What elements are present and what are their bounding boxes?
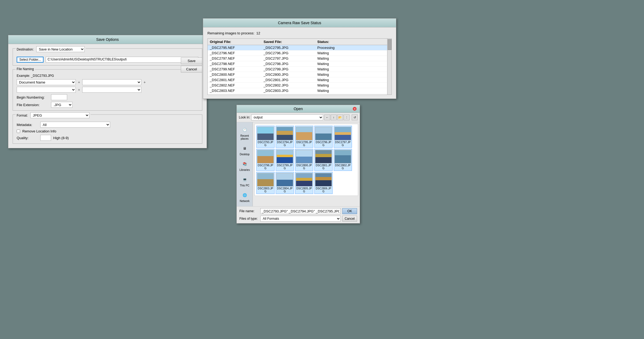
original-file: _DSC2803.NEF: [210, 89, 264, 93]
remove-location-label: Remove Location Info: [22, 129, 56, 133]
cancel-button[interactable]: Cancel: [181, 66, 202, 73]
sidebar-item-label: Recent places: [239, 134, 251, 140]
look-in-select[interactable]: output: [251, 114, 323, 120]
nav-up-icon[interactable]: ↑: [331, 114, 337, 120]
sidebar-item-label: Libraries: [239, 168, 250, 171]
file-extension-select[interactable]: .JPG: [51, 102, 73, 108]
status-title: Camera Raw Save Status: [278, 21, 321, 25]
thumbnail-item[interactable]: DSC2794.JPG: [276, 126, 294, 148]
status-row: _DSC2800.NEF _DSC2800.JPG Waiting: [208, 72, 391, 77]
remaining-text: Remaining images to process: 12: [207, 31, 392, 35]
refresh-icon[interactable]: ↺: [352, 114, 358, 120]
original-file: _DSC2800.NEF: [210, 73, 264, 77]
view-menu-icon[interactable]: ⋮: [344, 114, 350, 120]
quality-input[interactable]: 8: [40, 135, 51, 141]
thumbnail-item[interactable]: DSC2804.JPG: [276, 172, 294, 194]
status-value: Waiting: [317, 51, 389, 55]
thumbnail-label: DSC2799.JPG: [277, 164, 293, 170]
destination-select[interactable]: Save in New Location: [36, 46, 85, 52]
saved-file: _DSC2797.JPG: [264, 56, 317, 60]
thumbnail-image: [334, 127, 351, 140]
thumbnail-image: [315, 173, 332, 186]
naming-dropdown1[interactable]: Document Name: [17, 79, 76, 85]
new-folder-icon[interactable]: 📂: [337, 114, 343, 120]
thumbnail-label: DSC2803.JPG: [257, 187, 274, 193]
naming-dropdown3[interactable]: [17, 87, 76, 93]
original-file: _DSC2804.NEF: [210, 94, 264, 95]
example-label: Example: _DSC2793.JPG: [17, 74, 54, 78]
close-button[interactable]: ✕: [353, 107, 357, 111]
thumbnail-label: DSC2798.JPG: [257, 164, 274, 170]
quality-label: Quality:: [17, 136, 38, 140]
save-options-dialog: Save Options Destination: Save in New Lo…: [8, 35, 207, 148]
thumbnail-label: DSC2802.JPG: [335, 164, 351, 170]
file-name-input[interactable]: [260, 208, 341, 214]
begin-numbering-label: Begin Numbering:: [17, 95, 49, 99]
status-value: Waiting: [317, 56, 389, 60]
thumbnail-item[interactable]: DSC2799.JPG: [276, 149, 294, 171]
saved-file: _DSC2798.JPG: [264, 62, 317, 66]
sidebar-item-libraries[interactable]: 📚 Libraries: [238, 158, 252, 173]
format-section: Format: JPEG Metadata: All Remove Locati…: [13, 114, 202, 144]
original-file: _DSC2795.NEF: [210, 46, 264, 50]
camera-raw-status-dialog: Camera Raw Save Status Remaining images …: [203, 18, 396, 99]
thumbnail-item[interactable]: DSC2803.JPG: [256, 172, 275, 194]
metadata-select[interactable]: All: [40, 122, 110, 128]
thumbnail-item[interactable]: DSC2805.JPG: [295, 172, 313, 194]
open-ok-button[interactable]: OK: [342, 208, 357, 214]
titlebar-right: ✕: [328, 107, 357, 111]
saved-file: _DSC2801.JPG: [264, 78, 317, 82]
folder-path-display: C:\Users\AdminNUS\Desktop\INSTRUCTIBLES\…: [46, 57, 198, 63]
thumbnail-image: [296, 127, 312, 140]
thumbnail-item[interactable]: DSC2795.JPG: [295, 126, 313, 148]
begin-numbering-input[interactable]: [51, 94, 67, 100]
sidebar-item-desktop[interactable]: 🖥 Desktop: [238, 143, 252, 157]
file-naming-section: File Naming Example: _DSC2793.JPG Docume…: [13, 69, 202, 111]
sidebar-item-label: Network: [240, 200, 250, 203]
thumbnail-image: [334, 150, 351, 163]
thumbnail-image: [257, 150, 274, 163]
status-row: _DSC2799.NEF _DSC2799.JPG Waiting: [208, 67, 391, 72]
thumbnail-label: DSC2801.JPG: [315, 164, 332, 170]
plus1: +: [78, 80, 80, 84]
thumbnail-item[interactable]: DSC2802.JPG: [334, 149, 352, 171]
thumbnail-label: DSC2805.JPG: [296, 187, 312, 193]
thumbnail-item[interactable]: DSC2800.JPG: [295, 149, 313, 171]
thumbnail-item[interactable]: DSC2793.JPG: [256, 126, 275, 148]
save-options-titlebar: Save Options: [8, 35, 207, 44]
status-row: _DSC2797.NEF _DSC2797.JPG Waiting: [208, 56, 391, 61]
status-row: _DSC2804.NEF _DSC2804.JPG Waiting: [208, 93, 391, 95]
open-cancel-button[interactable]: Cancel: [342, 216, 357, 222]
format-select[interactable]: JPEG: [30, 112, 89, 118]
status-table: Original File: Saved File: Status: _DSC2…: [207, 38, 392, 95]
original-file: _DSC2799.NEF: [210, 67, 264, 71]
thumbnail-item[interactable]: DSC2801.JPG: [314, 149, 333, 171]
thumbnail-label: DSC2795.JPG: [296, 141, 312, 147]
sidebar-item-recent-places[interactable]: 🕐 Recent places: [238, 124, 252, 142]
nav-back-icon[interactable]: ←: [324, 114, 330, 120]
status-value: Waiting: [317, 62, 389, 66]
naming-dropdown2[interactable]: [82, 79, 141, 85]
col-saved-header: Saved File:: [264, 40, 317, 44]
status-value: Waiting: [317, 73, 389, 77]
thumbnail-item[interactable]: DSC2798.JPG: [256, 149, 275, 171]
saved-file: _DSC2799.JPG: [264, 67, 317, 71]
quality-desc: High (8-9): [53, 136, 69, 140]
sidebar-item-network[interactable]: 🌐 Network: [238, 190, 252, 204]
select-folder-button[interactable]: Select Folder...: [17, 57, 44, 63]
thumbnail-label: DSC2794.JPG: [277, 141, 293, 147]
sidebar-item-this-pc[interactable]: 💻 This PC: [238, 174, 252, 189]
status-value: Waiting: [317, 83, 389, 87]
thumbnail-item[interactable]: DSC2796.JPG: [314, 126, 333, 148]
thumbnail-item[interactable]: DSC2797.JPG: [334, 126, 352, 148]
naming-dropdown4[interactable]: [82, 87, 141, 93]
save-button[interactable]: Save: [181, 57, 202, 64]
scrollbar[interactable]: [387, 39, 391, 95]
saved-file: _DSC2796.JPG: [264, 51, 317, 55]
col-status-header: Status:: [317, 40, 389, 44]
remove-location-checkbox[interactable]: [17, 129, 20, 133]
scrollbar-thumb: [388, 39, 391, 50]
thumbnail-item[interactable]: DSC2806.JPG: [314, 172, 333, 194]
sidebar-item-label: This PC: [240, 184, 250, 187]
files-of-type-select[interactable]: All Formats: [260, 216, 341, 222]
